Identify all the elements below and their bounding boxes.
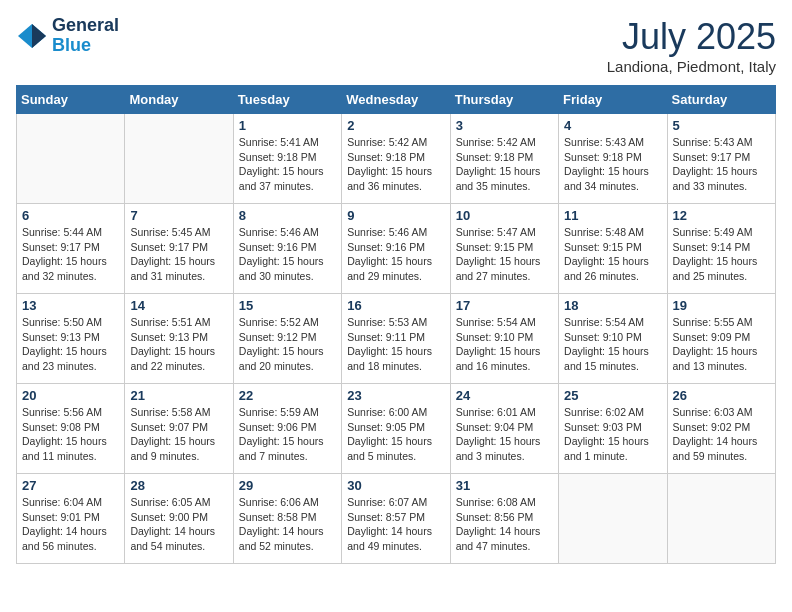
calendar-cell xyxy=(125,114,233,204)
day-number: 5 xyxy=(673,118,770,133)
day-info: Sunrise: 5:56 AMSunset: 9:08 PMDaylight:… xyxy=(22,405,119,464)
calendar-cell: 2Sunrise: 5:42 AMSunset: 9:18 PMDaylight… xyxy=(342,114,450,204)
day-number: 10 xyxy=(456,208,553,223)
day-number: 3 xyxy=(456,118,553,133)
day-info: Sunrise: 5:42 AMSunset: 9:18 PMDaylight:… xyxy=(347,135,444,194)
calendar-cell: 18Sunrise: 5:54 AMSunset: 9:10 PMDayligh… xyxy=(559,294,667,384)
calendar-cell: 16Sunrise: 5:53 AMSunset: 9:11 PMDayligh… xyxy=(342,294,450,384)
day-number: 24 xyxy=(456,388,553,403)
day-info: Sunrise: 6:06 AMSunset: 8:58 PMDaylight:… xyxy=(239,495,336,554)
weekday-header: Wednesday xyxy=(342,86,450,114)
calendar-cell: 1Sunrise: 5:41 AMSunset: 9:18 PMDaylight… xyxy=(233,114,341,204)
calendar-cell: 25Sunrise: 6:02 AMSunset: 9:03 PMDayligh… xyxy=(559,384,667,474)
day-number: 17 xyxy=(456,298,553,313)
calendar-cell: 12Sunrise: 5:49 AMSunset: 9:14 PMDayligh… xyxy=(667,204,775,294)
day-number: 28 xyxy=(130,478,227,493)
calendar-cell: 13Sunrise: 5:50 AMSunset: 9:13 PMDayligh… xyxy=(17,294,125,384)
calendar-week-row: 27Sunrise: 6:04 AMSunset: 9:01 PMDayligh… xyxy=(17,474,776,564)
day-info: Sunrise: 6:01 AMSunset: 9:04 PMDaylight:… xyxy=(456,405,553,464)
day-info: Sunrise: 5:49 AMSunset: 9:14 PMDaylight:… xyxy=(673,225,770,284)
calendar-cell: 20Sunrise: 5:56 AMSunset: 9:08 PMDayligh… xyxy=(17,384,125,474)
weekday-header: Thursday xyxy=(450,86,558,114)
day-number: 8 xyxy=(239,208,336,223)
day-number: 27 xyxy=(22,478,119,493)
calendar-cell: 26Sunrise: 6:03 AMSunset: 9:02 PMDayligh… xyxy=(667,384,775,474)
day-info: Sunrise: 5:53 AMSunset: 9:11 PMDaylight:… xyxy=(347,315,444,374)
day-number: 18 xyxy=(564,298,661,313)
calendar-table: SundayMondayTuesdayWednesdayThursdayFrid… xyxy=(16,85,776,564)
day-number: 22 xyxy=(239,388,336,403)
calendar-cell: 30Sunrise: 6:07 AMSunset: 8:57 PMDayligh… xyxy=(342,474,450,564)
day-info: Sunrise: 5:58 AMSunset: 9:07 PMDaylight:… xyxy=(130,405,227,464)
day-info: Sunrise: 5:46 AMSunset: 9:16 PMDaylight:… xyxy=(347,225,444,284)
day-info: Sunrise: 5:47 AMSunset: 9:15 PMDaylight:… xyxy=(456,225,553,284)
day-number: 25 xyxy=(564,388,661,403)
day-number: 4 xyxy=(564,118,661,133)
day-number: 29 xyxy=(239,478,336,493)
day-info: Sunrise: 6:02 AMSunset: 9:03 PMDaylight:… xyxy=(564,405,661,464)
day-info: Sunrise: 5:59 AMSunset: 9:06 PMDaylight:… xyxy=(239,405,336,464)
calendar-cell xyxy=(559,474,667,564)
day-info: Sunrise: 5:54 AMSunset: 9:10 PMDaylight:… xyxy=(564,315,661,374)
calendar-cell: 5Sunrise: 5:43 AMSunset: 9:17 PMDaylight… xyxy=(667,114,775,204)
weekday-header: Monday xyxy=(125,86,233,114)
day-number: 26 xyxy=(673,388,770,403)
day-info: Sunrise: 5:42 AMSunset: 9:18 PMDaylight:… xyxy=(456,135,553,194)
day-info: Sunrise: 5:50 AMSunset: 9:13 PMDaylight:… xyxy=(22,315,119,374)
day-info: Sunrise: 5:41 AMSunset: 9:18 PMDaylight:… xyxy=(239,135,336,194)
day-info: Sunrise: 6:00 AMSunset: 9:05 PMDaylight:… xyxy=(347,405,444,464)
day-number: 19 xyxy=(673,298,770,313)
calendar-cell: 3Sunrise: 5:42 AMSunset: 9:18 PMDaylight… xyxy=(450,114,558,204)
calendar-cell: 7Sunrise: 5:45 AMSunset: 9:17 PMDaylight… xyxy=(125,204,233,294)
day-info: Sunrise: 5:52 AMSunset: 9:12 PMDaylight:… xyxy=(239,315,336,374)
weekday-header-row: SundayMondayTuesdayWednesdayThursdayFrid… xyxy=(17,86,776,114)
calendar-cell: 17Sunrise: 5:54 AMSunset: 9:10 PMDayligh… xyxy=(450,294,558,384)
day-info: Sunrise: 6:07 AMSunset: 8:57 PMDaylight:… xyxy=(347,495,444,554)
title-block: July 2025 Landiona, Piedmont, Italy xyxy=(607,16,776,75)
day-number: 21 xyxy=(130,388,227,403)
day-number: 20 xyxy=(22,388,119,403)
weekday-header: Tuesday xyxy=(233,86,341,114)
day-number: 15 xyxy=(239,298,336,313)
day-info: Sunrise: 5:43 AMSunset: 9:17 PMDaylight:… xyxy=(673,135,770,194)
day-number: 31 xyxy=(456,478,553,493)
day-number: 2 xyxy=(347,118,444,133)
day-info: Sunrise: 6:04 AMSunset: 9:01 PMDaylight:… xyxy=(22,495,119,554)
calendar-cell: 14Sunrise: 5:51 AMSunset: 9:13 PMDayligh… xyxy=(125,294,233,384)
day-info: Sunrise: 5:46 AMSunset: 9:16 PMDaylight:… xyxy=(239,225,336,284)
day-number: 9 xyxy=(347,208,444,223)
day-number: 30 xyxy=(347,478,444,493)
day-number: 12 xyxy=(673,208,770,223)
day-number: 11 xyxy=(564,208,661,223)
calendar-cell: 28Sunrise: 6:05 AMSunset: 9:00 PMDayligh… xyxy=(125,474,233,564)
logo-line2: Blue xyxy=(52,36,119,56)
calendar-cell: 24Sunrise: 6:01 AMSunset: 9:04 PMDayligh… xyxy=(450,384,558,474)
logo-icon xyxy=(16,22,48,50)
page-header: General Blue July 2025 Landiona, Piedmon… xyxy=(16,16,776,75)
calendar-cell: 19Sunrise: 5:55 AMSunset: 9:09 PMDayligh… xyxy=(667,294,775,384)
day-info: Sunrise: 5:45 AMSunset: 9:17 PMDaylight:… xyxy=(130,225,227,284)
day-number: 6 xyxy=(22,208,119,223)
calendar-cell: 10Sunrise: 5:47 AMSunset: 9:15 PMDayligh… xyxy=(450,204,558,294)
day-info: Sunrise: 6:03 AMSunset: 9:02 PMDaylight:… xyxy=(673,405,770,464)
day-number: 23 xyxy=(347,388,444,403)
calendar-cell: 11Sunrise: 5:48 AMSunset: 9:15 PMDayligh… xyxy=(559,204,667,294)
calendar-cell: 29Sunrise: 6:06 AMSunset: 8:58 PMDayligh… xyxy=(233,474,341,564)
month-title: July 2025 xyxy=(607,16,776,58)
calendar-week-row: 20Sunrise: 5:56 AMSunset: 9:08 PMDayligh… xyxy=(17,384,776,474)
logo: General Blue xyxy=(16,16,119,56)
day-info: Sunrise: 5:55 AMSunset: 9:09 PMDaylight:… xyxy=(673,315,770,374)
calendar-cell: 31Sunrise: 6:08 AMSunset: 8:56 PMDayligh… xyxy=(450,474,558,564)
day-info: Sunrise: 5:54 AMSunset: 9:10 PMDaylight:… xyxy=(456,315,553,374)
calendar-cell xyxy=(667,474,775,564)
calendar-cell xyxy=(17,114,125,204)
calendar-cell: 22Sunrise: 5:59 AMSunset: 9:06 PMDayligh… xyxy=(233,384,341,474)
weekday-header: Friday xyxy=(559,86,667,114)
calendar-cell: 6Sunrise: 5:44 AMSunset: 9:17 PMDaylight… xyxy=(17,204,125,294)
location: Landiona, Piedmont, Italy xyxy=(607,58,776,75)
day-number: 1 xyxy=(239,118,336,133)
svg-marker-1 xyxy=(32,24,46,48)
logo-line1: General xyxy=(52,16,119,36)
day-info: Sunrise: 6:05 AMSunset: 9:00 PMDaylight:… xyxy=(130,495,227,554)
calendar-cell: 15Sunrise: 5:52 AMSunset: 9:12 PMDayligh… xyxy=(233,294,341,384)
